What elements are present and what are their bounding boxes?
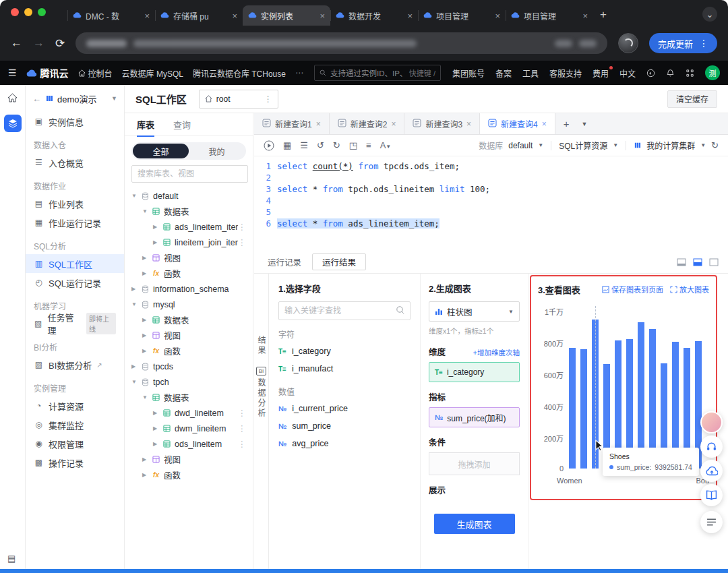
tab-close-icon[interactable]: × [144,11,150,21]
catalog-select[interactable]: root ⋮ [199,90,278,109]
panel-half-icon[interactable] [693,258,702,266]
caret-closed-icon[interactable]: ▶ [142,456,151,462]
sidebar-item-operation-log[interactable]: ▩操作记录 [26,453,124,472]
more-vertical-icon[interactable]: ⋮ [238,439,247,449]
field-item[interactable]: T≡i_manufact [278,360,411,378]
nav-console[interactable]: 控制台 [78,67,113,79]
chart-bar[interactable] [569,348,576,469]
sql-resource-select[interactable]: SQL计算资源 [559,140,607,151]
feedback-menu-button[interactable] [700,511,723,533]
condition-dropzone[interactable]: 拖拽添加 [429,452,520,475]
address-bar[interactable] [75,32,607,54]
tab-close-icon[interactable]: × [495,11,500,21]
explorer-search-input[interactable] [131,165,248,183]
browser-tab[interactable]: 存储桶 pu× [155,5,243,26]
hamburger-icon[interactable]: ☰ [8,67,17,78]
sidebar-item-instance-info[interactable]: ▣实例信息 [26,112,124,131]
refresh-icon[interactable]: ↻ [711,140,719,150]
format-icon[interactable]: ▦ [283,140,291,150]
field-item[interactable]: T≡i_category [278,342,411,360]
expand-icon[interactable]: ◳ [349,140,357,150]
tree-node[interactable]: ▶ads_lineitem_item⋮ [125,219,253,235]
cluster-select[interactable]: 我的计算集群 [646,140,695,151]
chevron-down-icon[interactable]: ▼ [538,142,543,148]
chevron-down-icon[interactable]: ▼ [111,95,117,102]
run-icon[interactable] [264,140,274,151]
more-vertical-icon[interactable]: ⋮ [238,423,247,433]
caret-closed-icon[interactable]: ▶ [131,286,140,292]
tab-close-icon[interactable]: × [466,119,471,129]
tree-node[interactable]: ▶fx函数 [125,343,253,359]
nav-product-mysql[interactable]: 云数据库 MySQL [122,67,183,79]
browser-tab[interactable]: DMC - 数× [67,5,155,26]
caret-closed-icon[interactable]: ▶ [153,224,162,230]
chart-type-select[interactable]: 柱状图 ▼ [429,301,520,322]
query-tab-list-caret-icon[interactable]: ▼ [578,113,592,134]
clear-cache-button[interactable]: 清空缓存 [667,90,717,108]
more-vertical-icon[interactable]: ⋮ [264,94,272,104]
font-size-icon[interactable]: A▼ [380,140,392,150]
support-headset-button[interactable] [700,435,723,458]
nav-group-account[interactable]: 集团账号 [452,67,485,79]
caret-closed-icon[interactable]: ▶ [142,332,151,338]
tree-node[interactable]: ▶tpcds [125,359,253,374]
tab-close-icon[interactable]: × [582,11,588,21]
caret-closed-icon[interactable]: ▶ [142,472,151,478]
field-item[interactable]: №avg_price [278,435,411,452]
cloud-upload-button[interactable] [700,460,723,482]
chevron-down-icon[interactable]: ▼ [613,142,618,148]
caret-open-icon[interactable]: ▼ [131,193,140,199]
caret-open-icon[interactable]: ▼ [131,301,140,307]
voice-icon[interactable] [646,69,655,78]
tree-node[interactable]: ▼数据表 [125,204,253,219]
sidebar-item-sql-workspace[interactable]: ▥SQL工作区 [26,254,124,273]
tree-node[interactable]: ▼default [125,188,253,204]
rail-warehouse-icon[interactable] [4,115,22,132]
save-chart-link[interactable]: 保存图表到页面 [602,284,663,295]
query-tab[interactable]: 新建查询2× [330,113,405,134]
add-secondary-axis-link[interactable]: +增加维度次轴 [473,347,520,357]
db-select-value[interactable]: default [508,141,533,150]
panel-min-icon[interactable] [677,258,686,266]
tree-node[interactable]: ▼数据表 [125,390,253,405]
tree-node[interactable]: ▶lineitem_join_item⋮ [125,235,253,250]
caret-closed-icon[interactable]: ▶ [131,363,140,369]
sidebar-item-sql-run-history[interactable]: ◴SQL运行记录 [26,273,124,292]
zoom-window-button[interactable] [38,8,46,16]
sidebar-item-job-run-history[interactable]: ▦作业运行记录 [26,213,124,232]
tab-close-icon[interactable]: × [316,119,321,129]
tab-tables[interactable]: 库表 [137,118,154,131]
vtab-bi-analysis[interactable]: BI 数据分析 [255,367,267,419]
generate-chart-button[interactable]: 生成图表 [434,514,515,534]
rail-home-icon[interactable] [7,93,18,105]
tree-node[interactable]: ▶information_schema [125,281,253,297]
sidebar-item-task-management[interactable]: ▧任务管理即将上线 [26,314,124,333]
chart-bar[interactable] [638,322,644,469]
segment-mine[interactable]: 我的 [189,144,245,158]
tab-close-icon[interactable]: × [391,119,396,129]
tree-node[interactable]: ▼mysql [125,297,253,312]
tree-node[interactable]: ▶fx函数 [125,266,253,281]
reload-icon[interactable]: ⟳ [55,36,65,51]
metric-chip[interactable]: № sum_price(加和) [429,407,520,427]
back-icon[interactable]: ← [11,36,22,50]
minimize-window-button[interactable] [24,8,32,16]
sidebar-item-job-list[interactable]: ▤作业列表 [26,194,124,213]
sidebar-item-permission-management[interactable]: ◉权限管理 [26,434,124,453]
browser-tab[interactable]: 实例列表× [243,5,330,26]
tree-node[interactable]: ▶视图 [125,452,253,467]
nav-tools[interactable]: 工具 [522,67,539,79]
tab-close-icon[interactable]: × [232,11,237,21]
caret-closed-icon[interactable]: ▶ [142,348,151,354]
tree-node[interactable]: ▶dwm_lineitem⋮ [125,421,253,436]
nav-support[interactable]: 客服支持 [549,67,582,79]
tree-node[interactable]: ▶dwd_lineitem⋮ [125,405,253,421]
sidebar-item-ingest-overview[interactable]: ☰入仓概览 [26,153,124,172]
query-tab[interactable]: 新建查询3× [404,113,480,134]
user-avatar[interactable]: 测 [705,65,720,80]
caret-closed-icon[interactable]: ▶ [153,239,162,245]
vtab-result[interactable]: 结果 [255,336,267,356]
tab-search-caret-icon[interactable]: ⌄ [702,7,717,22]
bell-icon[interactable] [666,69,675,78]
browser-profile-avatar[interactable] [618,33,638,53]
